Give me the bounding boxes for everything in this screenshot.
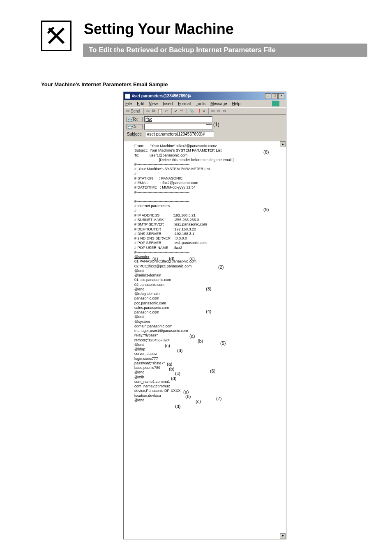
callout-2: (2) — [218, 265, 224, 270]
callout-sender-c: (c) — [189, 256, 195, 262]
callout-8: (8) — [263, 150, 269, 155]
menu-message[interactable]: Message — [210, 101, 227, 106]
encrypt-icon[interactable]: ✉ — [216, 108, 221, 114]
callout-sys-c: (c) — [165, 343, 170, 349]
scroll-down-icon[interactable]: ▾ — [280, 533, 286, 539]
toolbar: ✉ Send ✂ ⧉ 📋 ↶ ✔ ᴬᴮ 📎 ❗ ▾ ✉ ✉ ✉ — [124, 107, 286, 115]
subject-label: Subject: — [126, 132, 144, 136]
to-field[interactable] — [144, 116, 212, 122]
callout-3: (3) — [206, 286, 211, 292]
scroll-up-icon[interactable]: ▴ — [280, 141, 286, 147]
subject-field[interactable] — [146, 131, 214, 137]
callout-1: (1) — [213, 122, 219, 127]
page-title: Setting Your Machine — [84, 21, 367, 38]
cc-field[interactable] — [144, 124, 212, 130]
menu-format[interactable]: Format — [178, 101, 191, 106]
callout-4: (4) — [206, 309, 211, 315]
maximize-button[interactable]: □ — [272, 93, 278, 99]
window-title-bar: #set parameters(1234567890)# _□× — [124, 92, 286, 100]
undo-icon[interactable]: ↶ — [164, 108, 169, 114]
callout-sys-b: (b) — [198, 339, 203, 344]
callout-mib-d: (d) — [175, 404, 180, 410]
sign-icon[interactable]: ✉ — [210, 108, 215, 114]
callout-6: (6) — [210, 368, 215, 374]
attach-icon[interactable]: 📎 — [189, 108, 195, 114]
menu-edit[interactable]: Edit — [137, 101, 144, 106]
email-window: #set parameters(1234567890)# _□× File Ed… — [123, 92, 286, 539]
callout-5: (5) — [220, 341, 226, 346]
callout-7: (7) — [216, 396, 221, 402]
email-body[interactable]: From: "Your Machine" <ifax2@panasonic.co… — [124, 141, 286, 539]
copy-icon[interactable]: ⧉ — [151, 108, 156, 114]
close-button[interactable]: × — [278, 93, 284, 99]
check-icon[interactable]: ✔ — [173, 108, 178, 114]
menu-help[interactable]: Help — [232, 101, 241, 106]
menu-insert[interactable]: Insert — [163, 101, 173, 106]
machine-icon — [41, 21, 71, 51]
cut-icon[interactable]: ✂ — [145, 108, 150, 114]
window-title: #set parameters(1234567890)# — [132, 94, 191, 98]
menu-bar: File Edit View Insert Format Tools Messa… — [124, 100, 286, 107]
cc-button[interactable]: 📇 Cc: — [126, 124, 143, 129]
to-button[interactable]: 📇 To: — [126, 117, 143, 122]
send-button[interactable]: ✉ Send — [125, 108, 141, 114]
callout-sender-a: (a) — [152, 256, 158, 262]
offline-icon[interactable]: ✉ — [222, 108, 227, 114]
callout-sender-d: (d) — [169, 256, 174, 262]
menu-file[interactable]: File — [125, 101, 132, 106]
callout-9: (9) — [263, 207, 269, 213]
oe-logo-icon — [272, 101, 279, 106]
priority-icon[interactable]: ❗ ▾ — [196, 108, 206, 114]
paste-icon[interactable]: 📋 — [157, 108, 163, 114]
menu-view[interactable]: View — [149, 101, 158, 106]
callout-sys-d: (d) — [177, 348, 182, 354]
callout-ldap-d: (d) — [171, 376, 176, 382]
callout-mib-b: (b) — [185, 394, 191, 400]
callout-ldap-b: (b) — [169, 366, 174, 372]
menu-tools[interactable]: Tools — [196, 101, 205, 106]
page-subtitle: To Edit the Retrieved or Backup Internet… — [83, 44, 367, 57]
app-icon — [125, 94, 130, 99]
callout-mib-c: (c) — [196, 399, 201, 405]
callout-sys-a: (a) — [189, 334, 195, 339]
spell-icon[interactable]: ᴬᴮ — [179, 108, 184, 114]
minimize-button[interactable]: _ — [265, 93, 271, 99]
section-label: Your Machine's Internet Parameters Email… — [41, 81, 367, 88]
